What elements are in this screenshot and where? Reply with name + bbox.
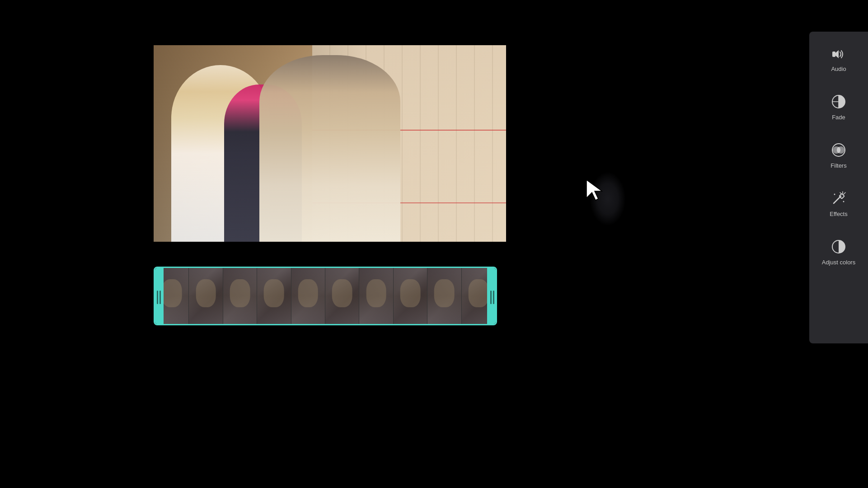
thumbnail-4 <box>257 268 291 324</box>
adjust-colors-icon <box>830 238 847 255</box>
svg-marker-15 <box>586 180 602 200</box>
thumbnail-9 <box>427 268 461 324</box>
filters-label: Filters <box>830 162 846 169</box>
effects-label: Effects <box>830 211 848 217</box>
handle-bar <box>160 291 161 304</box>
thumbnail-2 <box>189 268 223 324</box>
fade-label: Fade <box>832 114 845 121</box>
thumbnail-7 <box>359 268 393 324</box>
sidebar-item-adjust-colors[interactable]: Adjust colors <box>809 230 868 274</box>
thumbnail-3 <box>223 268 257 324</box>
handle-bars-left <box>157 291 161 304</box>
sidebar-item-filters[interactable]: Filters <box>809 133 868 177</box>
timeline-thumbnails <box>155 268 496 324</box>
video-preview <box>154 45 506 242</box>
effects-icon <box>830 190 847 207</box>
handle-bar <box>490 291 492 304</box>
sidebar-panel: Audio Fade Filters <box>809 32 868 343</box>
video-frame <box>154 45 506 242</box>
cursor-blur-effect <box>590 172 626 226</box>
timeline-handle-right[interactable] <box>487 267 497 325</box>
person-3 <box>259 55 400 242</box>
filters-icon <box>830 141 847 159</box>
audio-label: Audio <box>831 66 846 72</box>
handle-bar <box>493 291 494 304</box>
audio-icon <box>831 47 846 62</box>
mouse-cursor <box>586 180 605 204</box>
fade-icon <box>830 93 847 110</box>
svg-rect-0 <box>832 52 835 57</box>
thumbnail-6 <box>325 268 359 324</box>
svg-point-12 <box>834 194 835 195</box>
svg-line-11 <box>844 192 845 194</box>
handle-bar <box>157 291 158 304</box>
adjust-colors-label: Adjust colors <box>822 259 855 266</box>
handle-bars-right <box>490 291 494 304</box>
timeline-strip[interactable] <box>154 267 497 325</box>
timeline-container <box>154 262 506 328</box>
svg-point-13 <box>843 201 845 202</box>
thumbnail-8 <box>394 268 427 324</box>
timeline-handle-left[interactable] <box>154 267 164 325</box>
sidebar-item-effects[interactable]: Effects <box>809 182 868 225</box>
sidebar-item-audio[interactable]: Audio <box>809 38 868 80</box>
thumbnail-5 <box>291 268 325 324</box>
sidebar-item-fade[interactable]: Fade <box>809 85 868 129</box>
